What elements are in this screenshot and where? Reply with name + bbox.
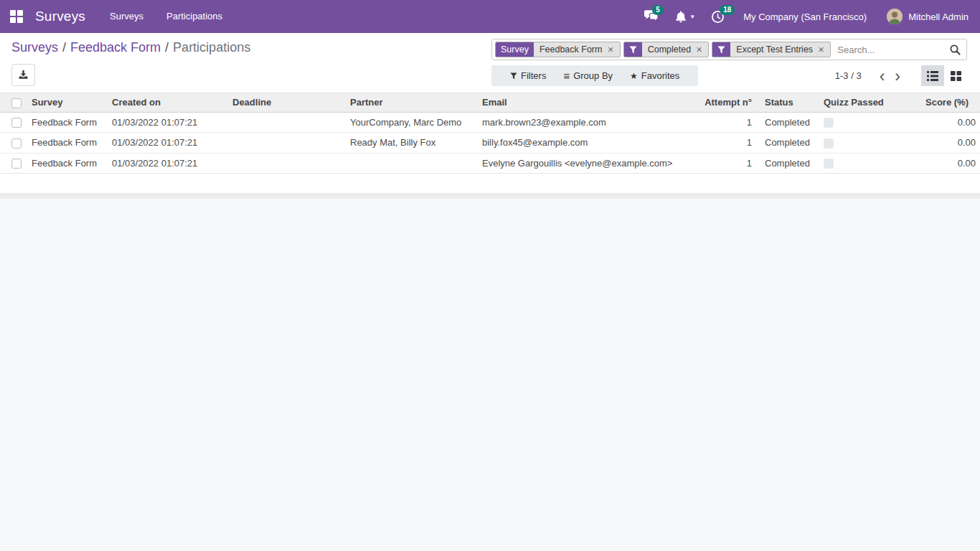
star-icon: ★ [630, 71, 638, 81]
cell-partner: YourCompany, Marc Demo [347, 112, 479, 133]
row-checkbox[interactable] [11, 159, 22, 169]
cell-email: Evelyne Gargouillis <evelyne@example.com… [479, 153, 702, 173]
facet-value: Feedback Form [540, 44, 603, 55]
table-row[interactable]: Feedback Form 01/03/2022 01:07:21 YourCo… [0, 112, 980, 133]
company-switcher[interactable]: My Company (San Francisco) [743, 11, 867, 22]
list-footer-strip [0, 193, 980, 199]
favorites-button[interactable]: ★ Favorites [621, 70, 688, 81]
group-by-icon: ≡ [563, 70, 570, 82]
row-checkbox[interactable] [11, 138, 22, 149]
kanban-view-button[interactable] [944, 65, 967, 86]
notifications-button[interactable]: ▼ [675, 11, 695, 23]
breadcrumb-current: Participations [173, 40, 250, 55]
search-facet-except-test-entries: Except Test Entries ✕ [712, 42, 831, 57]
export-button[interactable] [11, 64, 35, 86]
breadcrumb-feedback-form-link[interactable]: Feedback Form [70, 40, 161, 55]
quizz-passed-checkbox [824, 159, 834, 169]
select-all-checkbox[interactable] [11, 98, 22, 108]
avatar [887, 9, 903, 24]
cell-score: 0.00 [903, 112, 980, 133]
cell-deadline [230, 112, 347, 133]
pager-next-button[interactable]: › [890, 69, 905, 83]
funnel-icon [717, 46, 725, 54]
search-facet-survey: Survey Feedback Form ✕ [495, 42, 621, 57]
menu-item-surveys[interactable]: Surveys [98, 0, 155, 33]
cell-attempt: 1 [702, 112, 762, 133]
cell-survey: Feedback Form [29, 133, 109, 154]
facet-value: Completed [648, 44, 691, 55]
column-header-deadline[interactable]: Deadline [230, 93, 347, 113]
group-by-button[interactable]: ≡ Group By [555, 70, 621, 82]
list-view-icon [927, 71, 938, 81]
cell-deadline [230, 133, 347, 154]
app-brand-title[interactable]: Surveys [35, 9, 85, 24]
remove-facet-icon[interactable]: ✕ [607, 46, 613, 54]
column-header-status[interactable]: Status [762, 93, 821, 113]
column-header-partner[interactable]: Partner [347, 93, 479, 113]
cell-survey: Feedback Form [29, 112, 109, 133]
cell-created-on: 01/03/2022 01:07:21 [109, 153, 230, 173]
download-icon [18, 70, 29, 80]
cell-created-on: 01/03/2022 01:07:21 [109, 133, 230, 154]
search-icon[interactable] [950, 44, 961, 55]
column-header-quizz-passed[interactable]: Quizz Passed [821, 93, 903, 113]
cell-score: 0.00 [903, 133, 980, 154]
column-header-attempt[interactable]: Attempt n° [702, 93, 762, 113]
funnel-icon [629, 46, 637, 54]
cell-score: 0.00 [903, 153, 980, 173]
bell-icon [675, 11, 687, 23]
list-empty-area [0, 173, 980, 193]
top-navbar: Surveys Surveys Participations 5 ▼ [0, 0, 980, 33]
search-bar: Survey Feedback Form ✕ Completed ✕ [491, 39, 967, 60]
messages-count-badge: 5 [652, 5, 664, 15]
search-options-bar: Filters ≡ Group By ★ Favorites [491, 65, 698, 86]
apps-grid-icon [10, 10, 23, 23]
activities-button[interactable]: 18 [711, 10, 725, 24]
surveys-participations-page: Surveys Surveys Participations 5 ▼ [0, 0, 980, 551]
cell-attempt: 1 [702, 153, 762, 173]
breadcrumb: Surveys/Feedback Form/Participations [11, 40, 491, 55]
column-header-created-on[interactable]: Created on [109, 93, 230, 113]
remove-facet-icon[interactable]: ✕ [696, 46, 702, 54]
table-row[interactable]: Feedback Form 01/03/2022 01:07:21 Evelyn… [0, 153, 980, 173]
search-facet-completed: Completed ✕ [623, 42, 710, 57]
user-menu[interactable]: Mitchell Admin [887, 9, 969, 24]
filters-button[interactable]: Filters [501, 70, 555, 81]
cell-status: Completed [762, 112, 821, 133]
view-switcher [921, 65, 967, 86]
list-view-button[interactable] [921, 65, 944, 86]
cell-status: Completed [762, 153, 821, 173]
cell-email: mark.brown23@example.com [479, 112, 702, 133]
column-header-email[interactable]: Email [479, 93, 702, 113]
pager-counter: 1-3 / 3 [835, 70, 862, 81]
cell-partner [347, 153, 479, 173]
table-row[interactable]: Feedback Form 01/03/2022 01:07:21 Ready … [0, 133, 980, 154]
funnel-icon [510, 72, 517, 80]
table-header-row: Survey Created on Deadline Partner Email… [0, 93, 980, 113]
search-input[interactable] [833, 42, 950, 58]
pager-previous-button[interactable]: ‹ [875, 69, 890, 83]
facet-value: Except Test Entries [736, 44, 813, 55]
cell-status: Completed [762, 133, 821, 154]
row-checkbox[interactable] [11, 118, 22, 128]
chevron-down-icon: ▼ [689, 14, 695, 20]
messages-button[interactable]: 5 [644, 10, 659, 23]
remove-facet-icon[interactable]: ✕ [818, 46, 824, 54]
page-background [0, 199, 980, 551]
quizz-passed-checkbox [824, 138, 834, 149]
column-header-score[interactable]: Score (%) [903, 93, 980, 113]
activities-count-badge: 18 [720, 5, 735, 15]
quizz-passed-checkbox [824, 118, 834, 128]
app-menu: Surveys Participations [98, 0, 234, 33]
control-panel: Surveys/Feedback Form/Participations Sur… [0, 33, 980, 93]
cell-email: billy.fox45@example.com [479, 133, 702, 154]
user-name: Mitchell Admin [908, 11, 969, 22]
breadcrumb-surveys-link[interactable]: Surveys [11, 40, 58, 55]
cell-partner: Ready Mat, Billy Fox [347, 133, 479, 154]
menu-item-participations[interactable]: Participations [155, 0, 234, 33]
apps-menu-button[interactable] [10, 10, 23, 23]
facet-category-label: Survey [496, 42, 534, 57]
column-header-survey[interactable]: Survey [29, 93, 109, 113]
cell-attempt: 1 [702, 133, 762, 154]
cell-survey: Feedback Form [29, 153, 109, 173]
